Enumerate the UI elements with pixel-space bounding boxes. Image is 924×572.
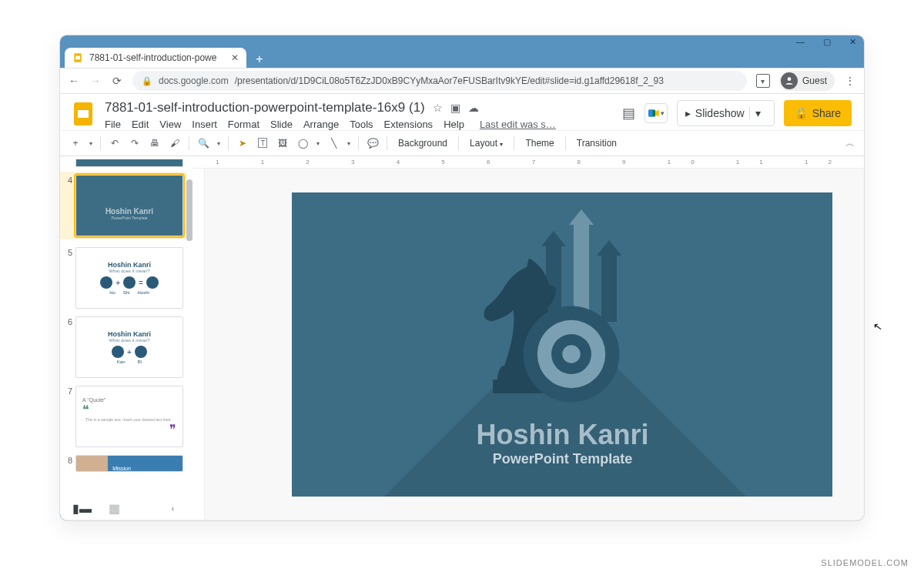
slides-favicon-icon	[72, 52, 83, 63]
slideshow-dropdown-icon[interactable]: ▾	[749, 107, 766, 119]
svg-rect-6	[649, 110, 653, 117]
cloud-status-icon[interactable]: ☁	[468, 102, 479, 114]
ruler-vertical[interactable]	[192, 169, 205, 520]
svg-rect-4	[78, 110, 89, 118]
url-host: docs.google.com	[159, 75, 229, 86]
line-icon[interactable]: ╲	[327, 138, 340, 149]
redo-icon[interactable]: ↷	[129, 138, 141, 149]
kebab-menu-icon[interactable]: ⋮	[844, 75, 856, 87]
thumb-row-4: 4 Hoshin Kanri PowerPoint Template	[60, 172, 186, 239]
thumb-number: 7	[65, 386, 72, 447]
thumb-number: 8	[65, 455, 72, 472]
grid-view-icon[interactable]: ▦	[109, 501, 120, 516]
slide-title[interactable]: Hoshin Kanri	[292, 419, 832, 451]
star-icon[interactable]: ☆	[433, 102, 443, 114]
zoom-icon[interactable]: 🔍	[197, 138, 209, 149]
slideshow-button[interactable]: ▸ Slideshow ▾	[677, 100, 775, 126]
paint-format-icon[interactable]: 🖌	[169, 138, 181, 149]
share-label: Share	[812, 107, 841, 119]
comment-icon[interactable]: 💬	[367, 138, 379, 149]
profile-label: Guest	[802, 75, 827, 86]
share-lock-icon: 🔒	[795, 107, 808, 119]
thumb-number: 4	[65, 175, 72, 236]
thumb-row-7: 7 A "Quote" ❝ This is a sample text. Ins…	[65, 386, 183, 447]
ruler-horizontal[interactable]: 1 1 2 3 4 5 6 7 8 9 10 11 12 13	[192, 156, 865, 169]
tab-title: 7881-01-self-introduction-powe	[89, 52, 225, 63]
slide-subtitle[interactable]: PowerPoint Template	[292, 451, 832, 467]
move-icon[interactable]: ▣	[450, 102, 460, 114]
menu-format[interactable]: Format	[228, 119, 259, 130]
undo-icon[interactable]: ↶	[109, 138, 121, 149]
doc-title[interactable]: 7881-01-self-introduction-powerpoint-tem…	[105, 100, 425, 115]
shape-icon[interactable]: ◯	[296, 138, 309, 149]
menu-help[interactable]: Help	[444, 119, 464, 130]
transition-button[interactable]: Transition	[574, 136, 620, 150]
close-window-icon[interactable]: ✕	[849, 37, 856, 47]
workspace: 4 Hoshin Kanri PowerPoint Template 5 Hos…	[60, 156, 864, 520]
menu-file[interactable]: File	[105, 119, 121, 130]
last-edit-link[interactable]: Last edit was s…	[480, 119, 556, 130]
forward-icon[interactable]: →	[89, 75, 102, 87]
slides-logo-icon[interactable]	[69, 100, 97, 128]
canvas-area: 1 1 2 3 4 5 6 7 8 9 10 11 12 13	[192, 156, 865, 520]
mouse-cursor-icon: ↖	[872, 319, 884, 333]
meet-button[interactable]: ▾	[644, 103, 668, 123]
thumb-5[interactable]: Hoshin Kanri What does it mean? += HoShi…	[75, 247, 183, 309]
svg-point-2	[788, 77, 792, 81]
thumb-6[interactable]: Hoshin Kanri What does it mean? + KanRi	[75, 316, 183, 378]
slides-app: 7881-01-self-introduction-powerpoint-tem…	[60, 94, 864, 520]
watermark: SLIDEMODEL.COM	[821, 558, 909, 567]
image-icon[interactable]: 🖼	[276, 138, 289, 149]
toolbar: +▾ ↶ ↷ 🖶 🖌 🔍▾ ➤ 🅃 🖼 ◯▾ ╲▾ 💬 Background L…	[60, 130, 864, 156]
omnibox[interactable]: 🔒 docs.google.com/presentation/d/1D9CiL0…	[132, 71, 747, 91]
thumb-number: 6	[65, 316, 72, 378]
maximize-icon[interactable]: ▢	[823, 37, 831, 47]
filmstrip-view-icon[interactable]: ▮▬	[72, 501, 92, 516]
filmstrip-scrollbar[interactable]	[186, 156, 192, 520]
layout-button[interactable]: Layout ▾	[467, 136, 506, 150]
comment-history-icon[interactable]: ▤	[622, 105, 635, 122]
menu-tools[interactable]: Tools	[350, 119, 373, 130]
browser-tab[interactable]: 7881-01-self-introduction-powe ✕	[65, 48, 246, 68]
menu-view[interactable]: View	[159, 119, 181, 130]
collapse-toolbar-icon[interactable]: ︿	[845, 137, 855, 150]
thumb-row-6: 6 Hoshin Kanri What does it mean? + KanR…	[65, 316, 183, 378]
minimize-icon[interactable]: —	[796, 37, 805, 46]
filmstrip: 4 Hoshin Kanri PowerPoint Template 5 Hos…	[60, 156, 186, 520]
menu-bar: File Edit View Insert Format Slide Arran…	[105, 119, 614, 130]
new-tab-button[interactable]: +	[251, 51, 268, 68]
thumb-7[interactable]: A "Quote" ❝ This is a sample text. Inser…	[75, 386, 183, 447]
theme-button[interactable]: Theme	[522, 136, 557, 150]
select-tool-icon[interactable]: ➤	[236, 138, 249, 149]
close-tab-icon[interactable]: ✕	[231, 52, 239, 63]
background-button[interactable]: Background	[395, 136, 450, 150]
menu-insert[interactable]: Insert	[192, 119, 217, 130]
thumb-row-8: 8 Mission	[65, 455, 183, 472]
new-slide-button[interactable]: +	[69, 138, 82, 149]
thumb-4[interactable]: Hoshin Kanri PowerPoint Template	[75, 175, 183, 236]
avatar-icon	[781, 72, 798, 89]
print-icon[interactable]: 🖶	[149, 138, 161, 149]
reload-icon[interactable]: ⟳	[111, 75, 123, 87]
back-icon[interactable]: ←	[68, 75, 80, 87]
slide-canvas[interactable]: Hoshin Kanri PowerPoint Template	[292, 192, 832, 497]
thumb-row-5: 5 Hoshin Kanri What does it mean? += HoS…	[65, 247, 183, 309]
profile-chip[interactable]: Guest	[779, 71, 835, 91]
browser-window: — ▢ ✕ 7881-01-self-introduction-powe ✕ +…	[59, 35, 865, 521]
menu-slide[interactable]: Slide	[270, 119, 293, 130]
menu-arrange[interactable]: Arrange	[303, 119, 339, 130]
address-bar: ← → ⟳ 🔒 docs.google.com/presentation/d/1…	[60, 68, 864, 94]
menu-extensions[interactable]: Extensions	[384, 119, 434, 130]
menu-edit[interactable]: Edit	[132, 119, 149, 130]
install-app-icon[interactable]: ▾	[756, 74, 770, 88]
slideshow-icon: ▸	[685, 107, 691, 119]
thumb-peek-prev[interactable]	[75, 159, 183, 167]
slide-stage[interactable]: Hoshin Kanri PowerPoint Template ✦	[205, 169, 865, 520]
url-path: /presentation/d/1D9CiL08o5T6ZzJD0xB9CYyM…	[235, 75, 664, 86]
filmstrip-collapse-icon[interactable]: ‹	[172, 504, 174, 513]
thumb-8[interactable]: Mission	[75, 455, 183, 472]
textbox-icon[interactable]: 🅃	[256, 138, 269, 149]
share-button[interactable]: 🔒 Share	[784, 100, 852, 126]
doc-header: 7881-01-self-introduction-powerpoint-tem…	[60, 94, 864, 130]
view-switcher: ▮▬ ▦ ‹	[60, 497, 186, 520]
